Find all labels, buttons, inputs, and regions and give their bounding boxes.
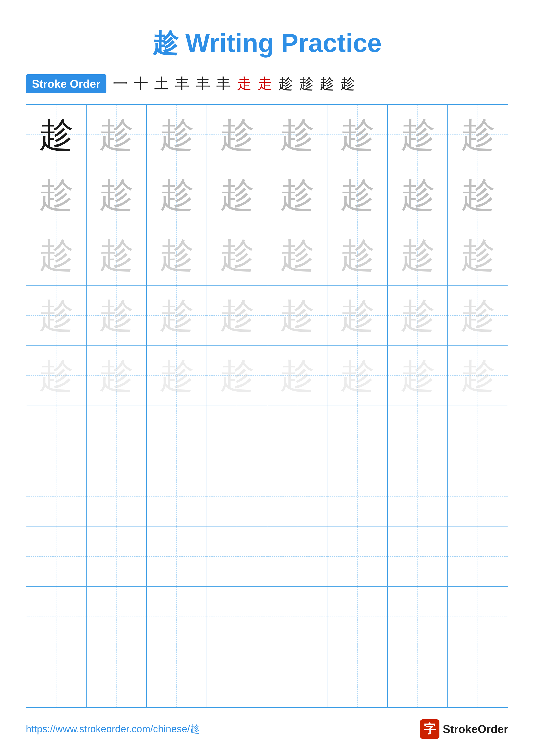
grid-cell[interactable]: 趁 [448, 165, 508, 226]
grid-cell[interactable]: 趁 [388, 165, 448, 226]
grid-cell[interactable]: 趁 [327, 165, 388, 226]
grid-cell[interactable]: 趁 [87, 105, 147, 165]
grid-cell[interactable] [207, 647, 267, 708]
grid-cell[interactable]: 趁 [448, 105, 508, 165]
grid-cell[interactable]: 趁 [147, 346, 207, 406]
grid-cell[interactable] [388, 526, 448, 587]
grid-cell[interactable] [87, 406, 147, 466]
grid-cell[interactable] [388, 647, 448, 708]
grid-cell[interactable]: 趁 [448, 225, 508, 285]
grid-cell[interactable] [267, 526, 328, 587]
grid-cell[interactable]: 趁 [147, 225, 207, 285]
grid-cell[interactable] [388, 466, 448, 527]
grid-row [26, 526, 508, 587]
grid-cell[interactable]: 趁 [267, 285, 328, 346]
grid-cell[interactable]: 趁 [207, 165, 267, 226]
grid-row: 趁 趁 趁 趁 趁 趁 趁 趁 [26, 346, 508, 406]
grid-cell[interactable] [87, 466, 147, 527]
grid-cell[interactable] [26, 647, 87, 708]
grid-cell[interactable]: 趁 [448, 346, 508, 406]
grid-cell[interactable] [448, 587, 508, 647]
page-title: 趁 Writing Practice [0, 26, 534, 61]
grid-cell[interactable]: 趁 [147, 105, 207, 165]
grid-cell[interactable]: 趁 [207, 346, 267, 406]
grid-cell[interactable]: 趁 [26, 285, 87, 346]
grid-cell[interactable]: 趁 [448, 285, 508, 346]
grid-cell[interactable] [147, 526, 207, 587]
grid-cell[interactable]: 趁 [327, 346, 388, 406]
grid-row [26, 647, 508, 708]
grid-cell[interactable] [448, 647, 508, 708]
grid-cell[interactable] [448, 406, 508, 466]
strokeorder-logo-icon: 字 [420, 719, 440, 739]
grid-cell[interactable] [87, 587, 147, 647]
grid-cell[interactable] [448, 526, 508, 587]
grid-cell[interactable] [207, 406, 267, 466]
grid-row: 趁 趁 趁 趁 趁 趁 趁 趁 [26, 165, 508, 226]
grid-cell[interactable]: 趁 [327, 225, 388, 285]
grid-cell[interactable] [327, 466, 388, 527]
grid-cell[interactable]: 趁 [207, 105, 267, 165]
grid-cell[interactable] [26, 526, 87, 587]
title-text: 趁 Writing Practice [152, 28, 382, 57]
stroke-order-section: Stroke Order 一 十 土 丰 丰 丰 走 走 趁 趁 趁 趁 [26, 74, 534, 94]
grid-cell[interactable]: 趁 [26, 165, 87, 226]
grid-cell[interactable]: 趁 [87, 165, 147, 226]
footer-brand: StrokeOrder [443, 723, 508, 736]
grid-row [26, 466, 508, 527]
grid-cell[interactable]: 趁 [207, 225, 267, 285]
grid-cell[interactable]: 趁 [267, 105, 328, 165]
grid-cell[interactable] [267, 587, 328, 647]
stroke-order-badge: Stroke Order [26, 74, 106, 93]
grid-cell[interactable] [26, 466, 87, 527]
grid-cell[interactable] [147, 406, 207, 466]
grid-cell[interactable] [87, 647, 147, 708]
grid-cell[interactable] [327, 406, 388, 466]
grid-cell[interactable]: 趁 [87, 225, 147, 285]
grid-cell[interactable]: 趁 [327, 105, 388, 165]
grid-cell[interactable]: 趁 [267, 225, 328, 285]
grid-cell[interactable] [327, 526, 388, 587]
grid-cell[interactable]: 趁 [26, 346, 87, 406]
grid-cell[interactable]: 趁 [26, 225, 87, 285]
grid-row [26, 406, 508, 466]
footer: https://www.strokeorder.com/chinese/趁 字 … [0, 719, 534, 739]
grid-row: 趁 趁 趁 趁 趁 趁 趁 趁 [26, 105, 508, 165]
practice-grid: 趁 趁 趁 趁 趁 趁 趁 趁 趁 趁 趁 趁 趁 趁 趁 趁 趁 趁 趁 趁 … [26, 104, 508, 708]
grid-cell[interactable]: 趁 [267, 165, 328, 226]
grid-cell[interactable] [147, 466, 207, 527]
grid-cell[interactable] [267, 466, 328, 527]
grid-cell[interactable]: 趁 [267, 346, 328, 406]
grid-cell[interactable] [388, 587, 448, 647]
grid-cell[interactable] [26, 406, 87, 466]
grid-cell[interactable] [26, 587, 87, 647]
grid-cell[interactable] [327, 647, 388, 708]
grid-cell[interactable] [448, 466, 508, 527]
grid-cell[interactable]: 趁 [147, 285, 207, 346]
grid-cell[interactable]: 趁 [87, 346, 147, 406]
grid-cell[interactable] [267, 647, 328, 708]
grid-cell[interactable]: 趁 [388, 346, 448, 406]
grid-cell[interactable]: 趁 [26, 105, 87, 165]
grid-cell[interactable]: 趁 [207, 285, 267, 346]
grid-cell[interactable] [147, 587, 207, 647]
grid-cell[interactable]: 趁 [388, 285, 448, 346]
grid-cell[interactable]: 趁 [327, 285, 388, 346]
grid-row: 趁 趁 趁 趁 趁 趁 趁 趁 [26, 225, 508, 285]
grid-cell[interactable]: 趁 [147, 165, 207, 226]
grid-cell[interactable] [207, 526, 267, 587]
stroke-order-chars: 一 十 土 丰 丰 丰 走 走 趁 趁 趁 趁 [113, 74, 359, 94]
grid-cell[interactable] [207, 587, 267, 647]
grid-cell[interactable]: 趁 [388, 105, 448, 165]
grid-cell[interactable]: 趁 [388, 225, 448, 285]
grid-cell[interactable] [87, 526, 147, 587]
grid-cell[interactable] [388, 406, 448, 466]
footer-logo: 字 StrokeOrder [420, 719, 508, 739]
footer-url[interactable]: https://www.strokeorder.com/chinese/趁 [26, 722, 200, 736]
grid-row [26, 587, 508, 647]
grid-cell[interactable] [327, 587, 388, 647]
grid-cell[interactable] [207, 466, 267, 527]
grid-cell[interactable] [147, 647, 207, 708]
grid-cell[interactable]: 趁 [87, 285, 147, 346]
grid-cell[interactable] [267, 406, 328, 466]
